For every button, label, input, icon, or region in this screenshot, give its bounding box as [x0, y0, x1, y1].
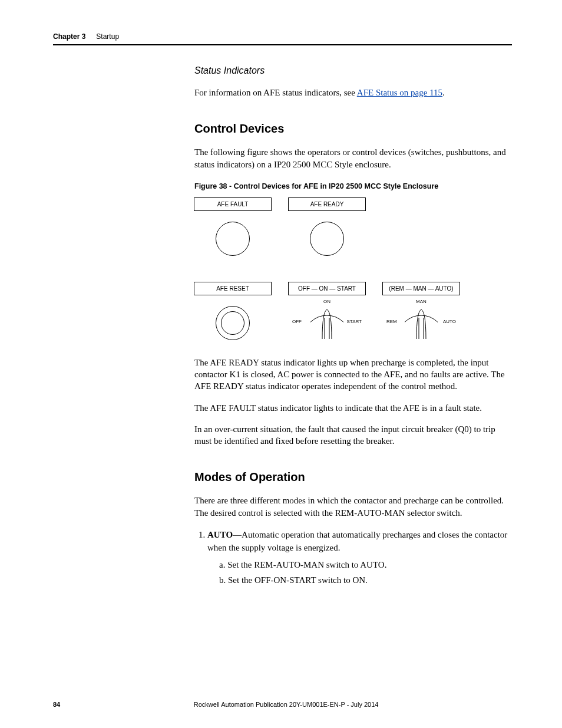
- heading-control-devices: Control Devices: [194, 122, 512, 136]
- afe-fault-paragraph: The AFE FAULT status indicator lights to…: [194, 402, 512, 414]
- label-rem-man-auto: (REM — MAN — AUTO): [382, 282, 460, 295]
- mode-auto-label: AUTO: [207, 530, 233, 539]
- selector-rem-man-auto: MAN REM AUTO: [383, 306, 459, 339]
- lamp-afe-fault: [216, 222, 250, 256]
- label-afe-fault: AFE FAULT: [194, 197, 272, 211]
- sw1-left: OFF: [292, 319, 302, 324]
- mode-auto-sublist: a. Set the REM-AUTO-MAN switch to AUTO. …: [219, 558, 512, 587]
- sw1-top: ON: [289, 299, 365, 304]
- afe-ready-paragraph: The AFE READY status indicator lights up…: [194, 357, 512, 393]
- control-afe-fault: AFE FAULT: [194, 197, 271, 256]
- svg-point-4: [405, 315, 438, 339]
- selector-icon: [310, 306, 343, 339]
- sw2-top: MAN: [383, 299, 459, 304]
- chapter-label: Chapter 3: [53, 32, 85, 41]
- heading-modes-of-operation: Modes of Operation: [194, 470, 512, 484]
- figure-caption: Figure 38 - Control Devices for AFE in I…: [194, 182, 512, 190]
- pushbutton-afe-reset: [216, 306, 250, 340]
- label-afe-reset: AFE RESET: [194, 282, 272, 295]
- status-text-before: For information on AFE status indicators…: [194, 88, 357, 97]
- sw2-right: AUTO: [443, 319, 456, 324]
- control-afe-ready: AFE READY: [289, 197, 365, 256]
- figure-row-2: AFE RESET OFF — ON — START ON OFF START: [194, 282, 512, 340]
- subheading-status-indicators: Status Indicators: [194, 65, 512, 76]
- label-off-on-start: OFF — ON — START: [288, 282, 366, 295]
- label-afe-ready: AFE READY: [288, 197, 366, 211]
- mode-auto-item: AUTO—Automatic operation that automatica…: [207, 528, 512, 587]
- modes-list: AUTO—Automatic operation that automatica…: [207, 528, 512, 587]
- overcurrent-paragraph: In an over-current situation, the fault …: [194, 423, 512, 447]
- lamp-afe-ready: [310, 222, 344, 256]
- control-off-on-start: OFF — ON — START ON OFF START: [289, 282, 365, 340]
- status-text-after: .: [442, 88, 445, 97]
- mode-auto-step-a: a. Set the REM-AUTO-MAN switch to AUTO.: [219, 558, 512, 572]
- chapter-title: Startup: [96, 32, 119, 41]
- sw2-left: REM: [386, 319, 397, 324]
- publication-line: Rockwell Automation Publication 20Y-UM00…: [60, 701, 512, 708]
- control-rem-man-auto: (REM — MAN — AUTO) MAN REM AUTO: [383, 282, 459, 340]
- control-afe-reset: AFE RESET: [194, 282, 271, 340]
- selector-icon: [405, 306, 438, 339]
- status-paragraph: For information on AFE status indicators…: [194, 87, 512, 98]
- svg-point-0: [310, 315, 343, 339]
- selector-off-on-start: ON OFF START: [289, 306, 365, 339]
- sw1-right: START: [347, 319, 362, 324]
- modes-intro: There are three different modes in which…: [194, 495, 512, 519]
- header-rule: [53, 44, 512, 45]
- page-footer: 84 Rockwell Automation Publication 20Y-U…: [53, 701, 512, 708]
- mode-auto-step-b: b. Set the OFF-ON-START switch to ON.: [219, 574, 512, 587]
- figure-row-1: AFE FAULT AFE READY: [194, 197, 512, 256]
- afe-status-link[interactable]: AFE Status on page 115: [357, 88, 442, 97]
- page-number: 84: [53, 701, 60, 708]
- mode-auto-text: —Automatic operation that automatically …: [207, 530, 507, 553]
- control-intro: The following figure shows the operators…: [194, 146, 512, 170]
